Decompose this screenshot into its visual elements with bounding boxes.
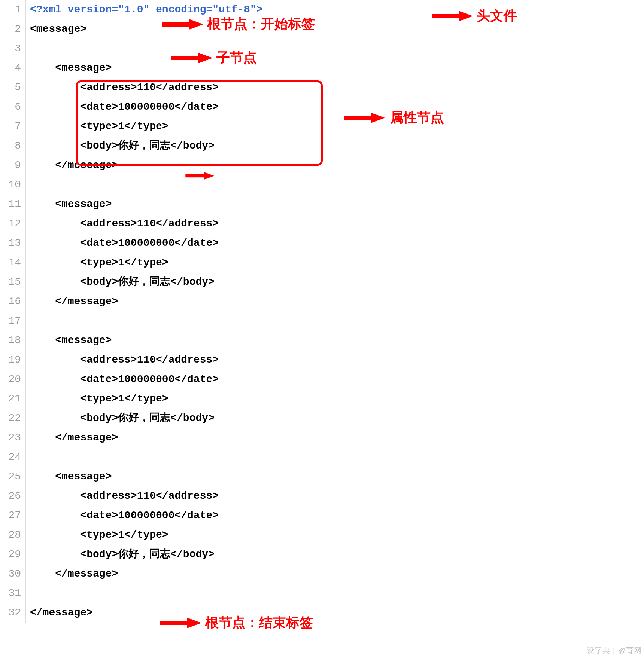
annotation-label: 根节点：结束标签 [205,614,313,632]
line-number: 17 [0,311,21,331]
line-number: 10 [0,175,21,195]
arrow-right-icon [189,19,203,30]
watermark-text: 设字典丨教育网 [587,645,642,656]
line-number: 21 [0,389,21,409]
code-area[interactable]: <?xml version="1.0" encoding="utf-8"> <m… [26,0,264,623]
arrow-right-icon [371,113,385,123]
line-number: 26 [0,486,21,506]
code-text: </message> [30,428,264,447]
line-number: 20 [0,370,21,389]
line-number: 23 [0,428,21,447]
code-text: <message> [30,331,264,350]
line-number: 3 [0,39,21,58]
code-text: <message> [30,467,264,486]
line-number: 25 [0,467,21,486]
line-number: 5 [0,78,21,97]
arrow-right-icon [459,11,473,21]
line-number: 1 [0,0,21,19]
code-text: </message> [30,156,264,175]
annotation-root-end-tag: 根节点：结束标签 [187,614,313,632]
code-text: <date>100000000</date> [30,370,264,389]
arrow-right-icon [204,172,215,180]
annotation-root-start-tag: 根节点：开始标签 [189,15,315,33]
code-text: <address>110</address> [30,78,264,97]
arrow-right-icon [198,53,213,63]
line-number: 32 [0,603,21,623]
code-text: </message> [30,564,264,584]
code-text [30,584,264,603]
code-text: <date>100000000</date> [30,506,264,525]
line-number: 27 [0,506,21,525]
annotation-header-file: 头文件 [459,7,517,25]
line-number: 2 [0,19,21,39]
xml-declaration: <?xml version="1.0" encoding="utf-8"> [30,4,263,15]
line-number: 19 [0,350,21,370]
line-number: 24 [0,447,21,467]
code-text: <address>110</address> [30,214,264,233]
line-number: 30 [0,564,21,584]
line-number: 22 [0,409,21,428]
line-number: 12 [0,214,21,233]
code-text: <type>1</type> [30,525,264,545]
line-number: 14 [0,253,21,272]
line-number: 9 [0,156,21,175]
annotation-child-node: 子节点 [198,49,257,67]
line-number: 16 [0,292,21,311]
line-number-gutter: 1 2 3 4 5 6 7 8 9 10 11 12 13 14 15 16 1… [0,0,26,623]
code-text: <message> [30,195,264,214]
code-text [30,311,264,331]
code-text [30,175,264,195]
annotation-label: 头文件 [477,7,517,25]
code-text: <date>100000000</date> [30,97,264,117]
line-number: 15 [0,272,21,292]
arrow-right-icon [187,618,201,628]
line-number: 31 [0,584,21,603]
code-text: <body>你好，同志</body> [30,409,264,428]
code-text: <body>你好，同志</body> [30,136,264,156]
line-number: 13 [0,233,21,253]
code-text: <body>你好，同志</body> [30,272,264,292]
annotation-label: 子节点 [216,49,257,67]
line-number: 28 [0,525,21,545]
line-number: 29 [0,545,21,564]
line-number: 4 [0,58,21,78]
line-number: 18 [0,331,21,350]
line-number: 11 [0,195,21,214]
code-text: <address>110</address> [30,486,264,506]
code-text [30,447,264,467]
code-editor: 1 2 3 4 5 6 7 8 9 10 11 12 13 14 15 16 1… [0,0,644,623]
line-number: 6 [0,97,21,117]
code-text: <type>1</type> [30,117,264,136]
annotation-attribute-node: 属性节点 [371,109,444,127]
code-text: <address>110</address> [30,350,264,370]
code-text: <body>你好，同志</body> [30,545,264,564]
annotation-arrow-child-close [202,171,216,181]
code-text: <type>1</type> [30,253,264,272]
line-number: 8 [0,136,21,156]
code-text: <date>100000000</date> [30,233,264,253]
annotation-label: 根节点：开始标签 [207,15,315,33]
code-text: <type>1</type> [30,389,264,409]
code-text: </message> [30,292,264,311]
annotation-label: 属性节点 [390,109,444,127]
line-number: 7 [0,117,21,136]
